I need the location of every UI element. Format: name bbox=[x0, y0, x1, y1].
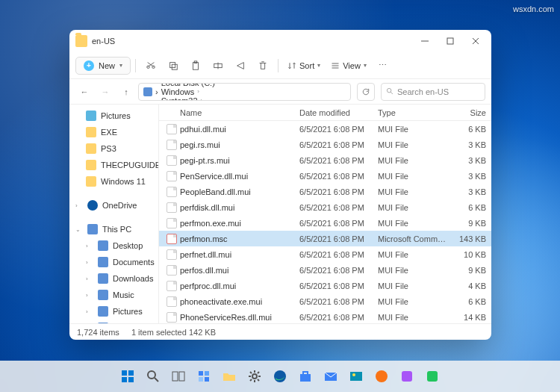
copy-button[interactable] bbox=[163, 55, 184, 76]
file-icon bbox=[167, 187, 177, 197]
search-icon bbox=[386, 87, 394, 96]
file-explorer-window: en-US + New ▾ Sort ▾ View ▾ ⋯ ← bbox=[69, 30, 491, 340]
sort-button[interactable]: Sort ▾ bbox=[283, 61, 325, 70]
forward-button[interactable]: → bbox=[96, 83, 114, 101]
up-button[interactable]: ↑ bbox=[117, 83, 135, 101]
task-view-icon[interactable] bbox=[168, 366, 189, 387]
file-row[interactable]: pegi-pt.rs.mui 6/5/2021 6:08 PM MUI File… bbox=[159, 152, 491, 168]
sidebar-item[interactable]: PS3 bbox=[69, 140, 158, 157]
file-row[interactable]: perfdisk.dll.mui 6/5/2021 6:08 PM MUI Fi… bbox=[159, 199, 491, 215]
explorer-taskbar-icon[interactable] bbox=[219, 366, 240, 387]
search-input[interactable]: Search en-US bbox=[381, 83, 485, 101]
breadcrumb-segment[interactable]: Windows› bbox=[161, 87, 220, 96]
app-icon-2[interactable] bbox=[396, 366, 417, 387]
file-row[interactable]: pdhui.dll.mui 6/5/2021 6:08 PM MUI File … bbox=[159, 121, 491, 137]
file-icon bbox=[167, 171, 177, 181]
status-bar: 1,724 items 1 item selected 142 KB bbox=[69, 323, 491, 340]
col-type[interactable]: Type bbox=[378, 108, 449, 117]
file-icon bbox=[167, 296, 177, 307]
cloud-icon bbox=[87, 200, 98, 211]
file-row[interactable]: PeopleBand.dll.mui 6/5/2021 6:08 PM MUI … bbox=[159, 184, 491, 199]
widgets-icon[interactable] bbox=[193, 366, 214, 387]
folder-icon bbox=[86, 160, 96, 170]
sidebar-item[interactable]: ›Documents bbox=[69, 254, 158, 270]
svg-rect-0 bbox=[447, 38, 453, 44]
breadcrumb-segment[interactable]: System32› bbox=[161, 96, 220, 101]
svg-rect-8 bbox=[128, 370, 134, 376]
folder-icon bbox=[75, 35, 87, 47]
share-button[interactable] bbox=[230, 55, 251, 76]
file-row[interactable]: PhoneServiceRes.dll.mui 6/5/2021 6:08 PM… bbox=[159, 309, 491, 323]
column-headers[interactable]: Name Date modified Type Size bbox=[159, 105, 491, 121]
sidebar-item[interactable]: EXE bbox=[69, 124, 158, 140]
new-button[interactable]: + New ▾ bbox=[75, 57, 131, 75]
file-row[interactable]: phoneactivate.exe.mui 6/5/2021 6:08 PM M… bbox=[159, 293, 491, 309]
delete-button[interactable] bbox=[252, 55, 273, 76]
sidebar-item[interactable]: Windows 11 bbox=[69, 173, 158, 190]
sidebar-item-thispc[interactable]: ⌄This PC bbox=[69, 221, 158, 237]
edge-icon[interactable] bbox=[270, 366, 290, 387]
sidebar-item-onedrive[interactable]: ›OneDrive bbox=[69, 197, 158, 214]
toolbar: + New ▾ Sort ▾ View ▾ ⋯ bbox=[69, 52, 491, 79]
file-row[interactable]: perfnet.dll.mui 6/5/2021 6:08 PM MUI Fil… bbox=[159, 246, 491, 262]
svg-rect-16 bbox=[199, 377, 203, 382]
svg-rect-12 bbox=[172, 372, 178, 381]
file-icon bbox=[167, 312, 177, 323]
file-row[interactable]: perfmon.exe.mui 6/5/2021 6:08 PM MUI Fil… bbox=[159, 215, 491, 231]
refresh-button[interactable] bbox=[357, 83, 375, 101]
minimize-button[interactable] bbox=[412, 31, 438, 52]
col-name[interactable]: Name bbox=[180, 108, 299, 117]
back-button[interactable]: ← bbox=[75, 83, 93, 101]
pc-icon bbox=[98, 290, 108, 300]
address-bar[interactable]: › This PC›Local Disk (C:)›Windows›System… bbox=[138, 83, 351, 101]
paste-button[interactable] bbox=[185, 55, 206, 76]
file-icon bbox=[167, 281, 177, 291]
rename-button[interactable] bbox=[208, 55, 228, 76]
app-icon[interactable] bbox=[371, 366, 392, 387]
svg-point-18 bbox=[252, 374, 257, 379]
store-icon[interactable] bbox=[295, 366, 316, 387]
settings-taskbar-icon[interactable] bbox=[244, 366, 265, 387]
chevron-down-icon: ▾ bbox=[364, 62, 367, 69]
col-size[interactable]: Size bbox=[449, 108, 486, 117]
file-row[interactable]: perfmon.msc 6/5/2021 6:08 PM Microsoft C… bbox=[159, 231, 491, 246]
svg-rect-3 bbox=[193, 62, 199, 69]
search-taskbar-icon[interactable] bbox=[143, 366, 164, 387]
taskbar[interactable] bbox=[0, 361, 560, 392]
sidebar-item[interactable]: Pictures bbox=[69, 108, 158, 124]
svg-rect-15 bbox=[205, 371, 209, 376]
start-button[interactable] bbox=[117, 366, 138, 387]
app-icon-3[interactable] bbox=[422, 366, 443, 387]
more-button[interactable]: ⋯ bbox=[373, 55, 393, 76]
sidebar-item[interactable]: THECPUGUIDE bbox=[69, 157, 158, 173]
col-date[interactable]: Date modified bbox=[299, 108, 378, 117]
cut-button[interactable] bbox=[140, 55, 161, 76]
pic-icon bbox=[86, 111, 96, 121]
folder-icon bbox=[86, 143, 96, 154]
file-row[interactable]: perfos.dll.mui 6/5/2021 6:08 PM MUI File… bbox=[159, 262, 491, 278]
folder-icon bbox=[86, 127, 96, 137]
maximize-button[interactable] bbox=[438, 31, 463, 52]
sidebar-item[interactable]: ›Downloads bbox=[69, 270, 158, 287]
file-icon bbox=[167, 155, 177, 166]
file-row[interactable]: perfproc.dll.mui 6/5/2021 6:08 PM MUI Fi… bbox=[159, 278, 491, 293]
sidebar-item[interactable]: ›Pictures bbox=[69, 303, 158, 320]
svg-rect-9 bbox=[122, 377, 127, 382]
mail-icon[interactable] bbox=[320, 366, 341, 387]
photos-icon[interactable] bbox=[346, 366, 367, 387]
svg-point-22 bbox=[352, 373, 355, 376]
pc-icon bbox=[98, 240, 108, 251]
sidebar: PicturesEXEPS3THECPUGUIDEWindows 11 ›One… bbox=[69, 105, 159, 323]
view-button[interactable]: View ▾ bbox=[326, 61, 371, 70]
close-button[interactable] bbox=[463, 31, 488, 52]
titlebar[interactable]: en-US bbox=[69, 30, 491, 52]
file-row[interactable]: PenService.dll.mui 6/5/2021 6:08 PM MUI … bbox=[159, 168, 491, 184]
svg-rect-10 bbox=[128, 377, 134, 382]
sidebar-item[interactable]: ›Desktop bbox=[69, 237, 158, 254]
file-icon bbox=[167, 249, 177, 260]
navigation-bar: ← → ↑ › This PC›Local Disk (C:)›Windows›… bbox=[69, 79, 491, 105]
file-icon bbox=[167, 140, 177, 150]
file-row[interactable]: pegi.rs.mui 6/5/2021 6:08 PM MUI File 3 … bbox=[159, 137, 491, 152]
item-count: 1,724 items bbox=[77, 328, 119, 337]
sidebar-item[interactable]: ›Music bbox=[69, 287, 158, 303]
